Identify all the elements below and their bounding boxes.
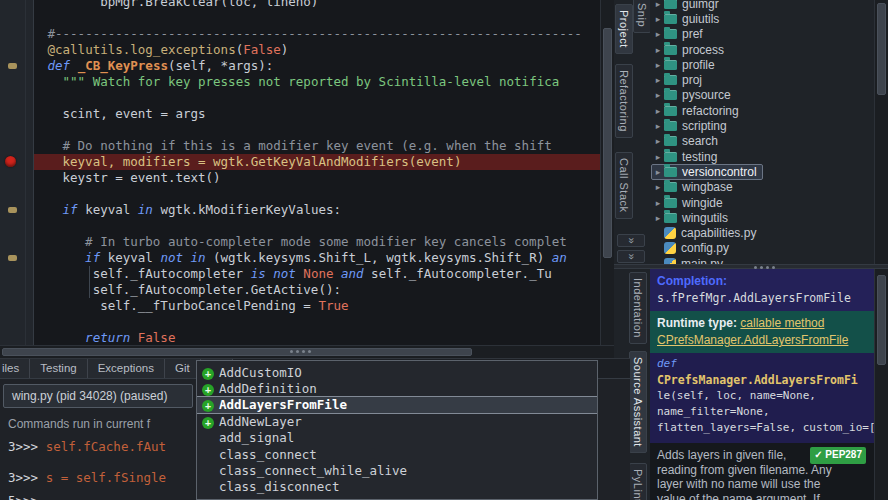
- tree-vertical-scrollbar[interactable]: [874, 0, 888, 264]
- description-line: reading from given filename. Any: [657, 463, 867, 478]
- tool-tab-project[interactable]: Project: [615, 4, 633, 54]
- tool-tab-refactoring[interactable]: Refactoring: [615, 64, 633, 138]
- tree-item[interactable]: ▸process: [650, 42, 874, 57]
- debug-tab-iles[interactable]: iles: [0, 359, 30, 378]
- folder-icon: [664, 213, 677, 223]
- description-line: layer with no name will use the: [657, 477, 867, 492]
- completion-item[interactable]: class_connect_while_alive: [197, 462, 597, 478]
- tree-item-box: config.py: [652, 241, 734, 255]
- runtime-type-link[interactable]: callable method: [740, 316, 824, 330]
- collapse-arrow-icon[interactable]: ▸: [652, 75, 664, 85]
- process-selector[interactable]: wing.py (pid 34028) (paused): [3, 384, 193, 408]
- scrollbar-thumb[interactable]: [877, 275, 886, 365]
- runtime-symbol-link[interactable]: CPrefsManager.AddLayersFromFile: [657, 333, 848, 347]
- code-token: [333, 266, 341, 281]
- tree-item-box: ▸process: [652, 43, 729, 57]
- code-line: @callutils.log_exceptions(False): [34, 42, 600, 58]
- tree-item[interactable]: ▸search: [650, 134, 874, 149]
- collapse-arrow-icon[interactable]: ▸: [652, 121, 664, 131]
- collapse-arrow-icon[interactable]: ▸: [652, 14, 664, 24]
- breakpoint-marker[interactable]: [5, 156, 16, 167]
- tree-item-label: config.py: [681, 241, 729, 255]
- folder-icon: [664, 0, 677, 9]
- editor-horizontal-scrollbar[interactable]: [0, 345, 614, 358]
- tree-item[interactable]: ▸versioncontrol: [650, 164, 874, 179]
- tree-item[interactable]: ▸guiutils: [650, 11, 874, 26]
- code-token: _CB_KeyPress: [78, 58, 168, 73]
- tree-item[interactable]: ▸proj: [650, 72, 874, 87]
- scrollbar-thumb[interactable]: [877, 3, 886, 95]
- code-editor[interactable]: bpMgr.BreakClear(loc, lineno)#----------…: [0, 0, 600, 345]
- tree-item[interactable]: ▸guimgr: [650, 0, 874, 11]
- edited-line-marker: [8, 63, 17, 69]
- collapse-arrow-icon[interactable]: ▸: [652, 198, 664, 208]
- tree-item-label: testing: [682, 150, 717, 164]
- tree-item[interactable]: ▸profile: [650, 57, 874, 72]
- code-token: self.__fTurboCancelPending =: [100, 298, 318, 313]
- collapse-arrow-icon[interactable]: ▸: [652, 152, 664, 162]
- collapse-arrow-icon[interactable]: ▸: [652, 60, 664, 70]
- autocomplete-popup[interactable]: +AddCustomIO+AddDefinition+AddLayersFrom…: [196, 360, 598, 500]
- completion-item[interactable]: +AddDefinition: [197, 380, 597, 396]
- collapse-arrow-icon[interactable]: ▸: [652, 136, 664, 146]
- debug-probe-console[interactable]: 3>>> self.fCache.fAut3>>> s = self.fSing…: [8, 439, 166, 500]
- tree-item[interactable]: capabilities.py: [650, 225, 874, 240]
- completion-item[interactable]: add_signal: [197, 430, 597, 446]
- tree-item-label: proj: [682, 73, 702, 87]
- tool-tab-call-stack[interactable]: Call Stack: [615, 152, 633, 219]
- scrollbar-thumb[interactable]: [2, 348, 472, 356]
- code-line: # In turbo auto-completer mode some modi…: [34, 234, 600, 250]
- project-tree: ▸guimgr▸guiutils▸pref▸process▸profile▸pr…: [650, 0, 874, 264]
- code-token: self._fAutocompleter: [93, 266, 251, 281]
- code-token: @callutils.log_exceptions: [48, 42, 236, 57]
- completion-label: AddNewLayer: [219, 414, 302, 429]
- code-token: if: [85, 250, 100, 265]
- tree-item[interactable]: ▸wingide: [650, 195, 874, 210]
- tree-item[interactable]: ▸testing: [650, 149, 874, 164]
- editor-vertical-scrollbar[interactable]: [600, 0, 614, 345]
- code-token: False: [243, 42, 281, 57]
- splitter-handle[interactable]: [290, 350, 293, 353]
- tool-tab-source-assistant[interactable]: Source Assistant: [629, 351, 647, 453]
- completion-item[interactable]: class_connect: [197, 446, 597, 462]
- tree-item[interactable]: config.py: [650, 241, 874, 256]
- completion-item[interactable]: class_disconnect: [197, 479, 597, 495]
- code-line: self._fAutocompleter is not None and sel…: [34, 266, 600, 282]
- completion-item[interactable]: +AddLayersFromFile: [197, 397, 597, 413]
- tool-tab-indentation[interactable]: Indentation: [629, 272, 647, 344]
- collapse-arrow-icon[interactable]: ▸: [652, 167, 664, 177]
- expand-panel-button[interactable]: »: [617, 234, 645, 247]
- tree-item[interactable]: ▸wingbase: [650, 180, 874, 195]
- tree-item[interactable]: ▸pref: [650, 27, 874, 42]
- tree-item[interactable]: ▸wingutils: [650, 210, 874, 225]
- collapse-arrow-icon[interactable]: ▸: [652, 182, 664, 192]
- completion-item[interactable]: +AddCustomIO: [197, 364, 597, 380]
- tool-tab-pylint[interactable]: PyLint: [629, 463, 647, 500]
- project-tree-panel[interactable]: ▸guimgr▸guiutils▸pref▸process▸profile▸pr…: [650, 0, 874, 264]
- debug-tab-exceptions[interactable]: Exceptions: [88, 359, 165, 378]
- expand-panel-button[interactable]: »: [617, 250, 645, 263]
- tool-tab-strip-top: ProjectRefactoringCall StackSnip»»: [614, 0, 650, 264]
- tree-item[interactable]: ▸scripting: [650, 118, 874, 133]
- tree-item[interactable]: ▸refactoring: [650, 103, 874, 118]
- collapse-arrow-icon[interactable]: ▸: [652, 213, 664, 223]
- source-assistant-scrollbar[interactable]: [874, 269, 888, 500]
- check-icon: ✓: [814, 449, 822, 460]
- collapse-arrow-icon[interactable]: ▸: [652, 45, 664, 55]
- method-icon: +: [202, 384, 214, 396]
- collapse-arrow-icon[interactable]: ▸: [652, 29, 664, 39]
- collapse-arrow-icon[interactable]: ▸: [652, 0, 664, 9]
- tree-item[interactable]: ▸pysource: [650, 88, 874, 103]
- scrollbar-thumb[interactable]: [603, 28, 612, 258]
- wing-ide-window: bpMgr.BreakClear(loc, lineno)#----------…: [0, 0, 888, 500]
- tool-tab-snip[interactable]: Snip: [633, 0, 650, 33]
- collapse-arrow-icon[interactable]: ▸: [652, 106, 664, 116]
- tree-item-box: ▸pref: [652, 27, 708, 41]
- editor-gutter[interactable]: [0, 0, 34, 345]
- debug-tab-testing[interactable]: Testing: [30, 359, 87, 378]
- console-prompt: 3>>>: [8, 470, 46, 485]
- collapse-arrow-icon[interactable]: ▸: [652, 90, 664, 100]
- completion-item[interactable]: +AddNewLayer: [197, 413, 597, 429]
- tree-item[interactable]: main.py: [650, 256, 874, 264]
- code-lines[interactable]: bpMgr.BreakClear(loc, lineno)#----------…: [34, 0, 600, 345]
